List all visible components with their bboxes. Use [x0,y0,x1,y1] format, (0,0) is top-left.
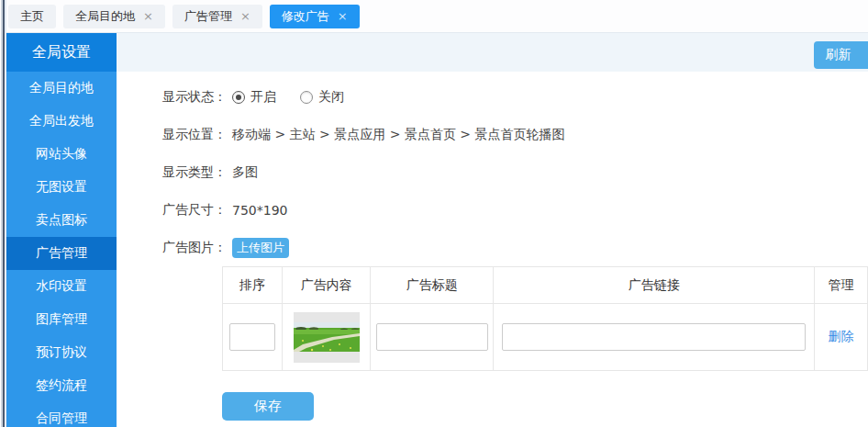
sidebar-item-signing-process[interactable]: 签约流程 [6,369,117,402]
sidebar-item-booking-agreement[interactable]: 预订协议 [6,336,117,369]
sidebar-item-global-destination[interactable]: 全局目的地 [6,72,117,105]
tab-edit-ad[interactable]: 修改广告 × [270,5,360,28]
close-icon[interactable]: × [143,10,153,22]
ad-image-row: 广告图片： 上传图片 [162,229,868,266]
radio-off-icon[interactable] [300,91,313,104]
green-field-landscape-image [294,322,360,352]
radio-off-label: 关闭 [318,89,344,106]
sort-order-input[interactable] [229,323,275,351]
radio-on-icon[interactable] [232,91,245,104]
sidebar-item-contract-management[interactable]: 合同管理 [6,402,117,427]
save-button[interactable]: 保存 [222,392,314,421]
sidebar-item-ad-management[interactable]: 广告管理 [6,237,117,270]
sidebar-item-selling-point-icon[interactable]: 卖点图标 [6,204,117,237]
tab-bar: 主页 × 全局目的地 × 广告管理 × 修改广告 × [6,0,868,33]
display-status-label: 显示状态： [162,89,232,106]
display-type-row: 显示类型： 多图 [162,153,868,191]
table-row: 删除 [223,304,868,371]
ad-size-value: 750*190 [232,203,287,218]
sidebar-item-watermark-settings[interactable]: 水印设置 [6,270,117,303]
radio-on-label: 开启 [250,89,276,106]
display-position-row: 显示位置： 移动端 > 主站 > 景点应用 > 景点首页 > 景点首页轮播图 [162,116,868,153]
column-header-ad-content: 广告内容 [283,267,371,304]
tab-global-destination[interactable]: 全局目的地 × [63,5,165,28]
ad-title-input[interactable] [376,323,488,351]
ad-image-label: 广告图片： [162,240,232,256]
ad-size-label: 广告尺寸： [162,202,232,219]
column-header-ad-title: 广告标题 [371,267,494,304]
ad-size-row: 广告尺寸： 750*190 [162,191,868,229]
tab-label: 主页 [20,8,44,25]
sidebar: 全局设置 全局目的地 全局出发地 网站头像 无图设置 卖点图标 广告管理 水印设… [6,33,117,427]
ad-items-table: 排序 广告内容 广告标题 广告链接 管理 [222,266,868,371]
ad-link-input[interactable] [502,323,806,351]
toolbar-strip: 刷新 [117,33,868,72]
delete-link[interactable]: 删除 [828,329,853,343]
display-status-radio-group: 开启 关闭 [232,89,344,106]
display-type-label: 显示类型： [162,164,232,181]
upload-image-button[interactable]: 上传图片 [232,238,289,258]
ad-edit-form: 显示状态： 开启 关闭 显示位置： 移动端 > 主站 > 景点应用 > 景点首页… [117,72,868,266]
radio-option-off[interactable]: 关闭 [300,89,344,106]
close-icon[interactable]: × [338,10,348,22]
refresh-button[interactable]: 刷新 [814,41,868,69]
tab-home[interactable]: 主页 × [8,5,56,28]
sidebar-item-gallery-management[interactable]: 图库管理 [6,303,117,336]
column-header-ad-link: 广告链接 [494,267,814,304]
sidebar-header-global-settings: 全局设置 [6,33,117,72]
ad-thumbnail[interactable] [294,312,360,363]
tab-label: 全局目的地 [75,8,135,25]
tab-ad-management[interactable]: 广告管理 × [172,5,262,28]
tab-label: 广告管理 [184,8,232,25]
column-header-sort: 排序 [223,267,283,304]
sidebar-item-site-avatar[interactable]: 网站头像 [6,138,117,171]
display-position-breadcrumb: 移动端 > 主站 > 景点应用 > 景点首页 > 景点首页轮播图 [232,127,565,143]
display-position-label: 显示位置： [162,127,232,143]
table-header-row: 排序 广告内容 广告标题 广告链接 管理 [223,267,868,304]
tab-label: 修改广告 [282,8,329,25]
display-status-row: 显示状态： 开启 关闭 [162,78,868,116]
sidebar-item-global-departure[interactable]: 全局出发地 [6,105,117,138]
sidebar-item-no-image-settings[interactable]: 无图设置 [6,171,117,204]
display-type-value: 多图 [232,164,258,181]
radio-option-on[interactable]: 开启 [232,89,276,106]
window-edge-strip [0,0,6,427]
column-header-manage: 管理 [814,267,867,304]
close-icon[interactable]: × [240,10,250,22]
main-content: 刷新 显示状态： 开启 关闭 显示位置： 移动端 > 主站 > 景点应用 > 景… [117,33,868,427]
